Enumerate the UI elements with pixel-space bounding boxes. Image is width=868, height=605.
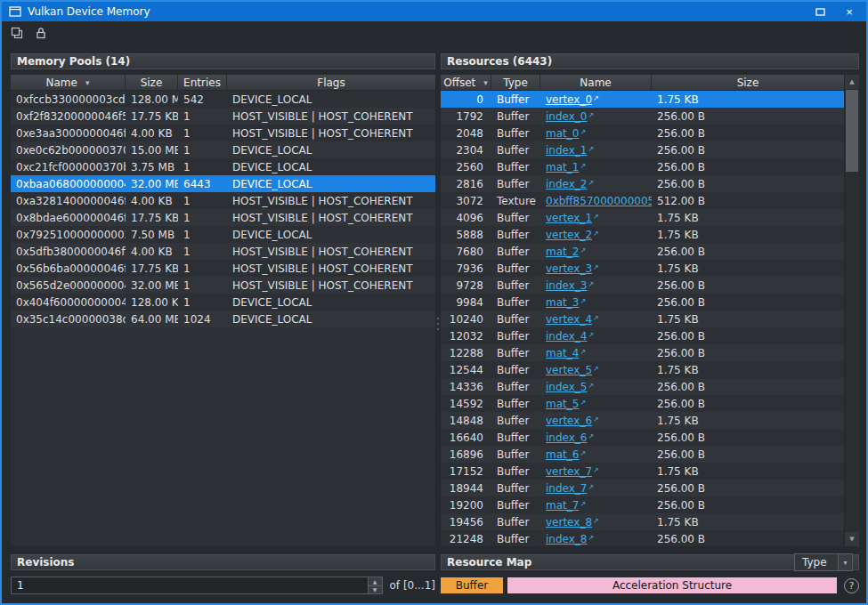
revision-spinbox[interactable]: 1 ▲ ▼ [11,577,383,594]
resource-link[interactable]: vertex_8 [546,516,592,528]
resource-link[interactable]: index_5 [546,381,587,393]
memory-pool-row[interactable]: 0x565d2e000000004b32.00 MB1HOST_VISIBLE … [11,277,435,294]
column-header-name[interactable]: Name ▾ [11,75,126,90]
resource-row[interactable]: 9728Bufferindex_3↗256.00 B [441,277,844,294]
memory-pool-row[interactable]: 0x5dfb3800000046ff4.00 KB1HOST_VISIBLE |… [11,243,435,260]
resource-row[interactable]: 18944Bufferindex_7↗256.00 B [441,480,844,496]
scrollbar-track[interactable] [845,89,859,532]
resource-row[interactable]: 4096Buffervertex_1↗1.75 KB [441,209,844,226]
scroll-up-button[interactable]: ▲ [845,75,859,89]
resource-row[interactable]: 16896Buffermat_6↗256.00 B [441,446,844,463]
help-button[interactable]: ? [844,578,859,593]
resource-link[interactable]: mat_2 [546,246,579,258]
resource-row[interactable]: 16640Bufferindex_6↗256.00 B [441,429,844,446]
resource-row[interactable]: 19200Buffermat_7↗256.00 B [441,496,844,513]
resource-row[interactable]: 1792Bufferindex_0↗256.00 B [441,108,844,125]
memory-pool-row[interactable]: 0xf2f83200000046f517.75 KB1HOST_VISIBLE … [11,108,435,125]
cell-name: mat_6↗ [540,448,652,461]
resource-map-bar: BufferAcceleration Structure ? [441,577,859,594]
resource-row[interactable]: 2048Buffermat_0↗256.00 B [441,125,844,141]
resource-row[interactable]: 0Buffervertex_0↗1.75 KB [441,91,844,108]
resource-link[interactable]: vertex_2 [546,229,592,241]
resource-row[interactable]: 7936Buffervertex_3↗1.75 KB [441,260,844,277]
resource-row[interactable]: 5888Buffervertex_2↗1.75 KB [441,226,844,243]
column-header-name[interactable]: Name [540,75,652,90]
legend-acceleration-structure[interactable]: Acceleration Structure [507,577,837,593]
memory-pool-row[interactable]: 0xbaa068000000004d32.00 MB6443DEVICE_LOC… [11,175,435,192]
column-header-flags[interactable]: Flags [227,75,435,90]
memory-pool-row[interactable]: 0x56b6ba00000046fd17.75 KB1HOST_VISIBLE … [11,260,435,277]
resource-row[interactable]: 19456Buffervertex_8↗1.75 KB [441,513,844,530]
cell-entries: 1 [178,279,227,292]
resource-row[interactable]: 12032Bufferindex_4↗256.00 B [441,327,844,344]
resource-link[interactable]: mat_7 [546,499,579,512]
resource-link[interactable]: vertex_1 [546,212,592,224]
vertical-scrollbar[interactable]: ▲ ▼ [844,75,859,546]
resource-row[interactable]: 12544Buffervertex_5↗1.75 KB [441,361,844,378]
resource-row[interactable]: 17152Buffervertex_7↗1.75 KB [441,463,844,480]
cell-entries: 1024 [178,313,227,326]
resource-row[interactable]: 7680Buffermat_2↗256.00 B [441,243,844,260]
resource-link[interactable]: mat_3 [546,296,579,309]
resource-link[interactable]: mat_5 [546,398,579,410]
resource-row[interactable]: 10240Buffervertex_4↗1.75 KB [441,311,844,327]
resource-row[interactable]: 2816Bufferindex_2↗256.00 B [441,175,844,192]
float-window-button[interactable] [808,4,831,20]
resource-row[interactable]: 14848Buffervertex_6↗1.75 KB [441,412,844,429]
column-header-type[interactable]: Type [491,75,540,90]
memory-pool-row[interactable]: 0xc21fcf000000370b3.75 MB1DEVICE_LOCAL [11,158,435,175]
memory-pool-row[interactable]: 0x404f600000000045128.00 KB1DEVICE_LOCAL [11,294,435,311]
titlebar[interactable]: Vulkan Device Memory × [2,2,866,21]
resource-link[interactable]: index_2 [546,178,587,190]
memory-pool-row[interactable]: 0xe3aa3000000046f74.00 KB1HOST_VISIBLE |… [11,125,435,141]
copy-button[interactable] [6,23,28,43]
memory-pool-row[interactable]: 0xa3281400000046fb4.00 KB1HOST_VISIBLE |… [11,192,435,209]
resource-link[interactable]: vertex_7 [546,465,592,478]
resource-row[interactable]: 9984Buffermat_3↗256.00 B [441,294,844,311]
spin-down-button[interactable]: ▼ [369,586,382,594]
cell-size: 256.00 B [652,127,844,140]
resource-link[interactable]: index_0 [546,110,587,123]
memory-pool-row[interactable]: 0x8bdae600000046f917.75 KB1HOST_VISIBLE … [11,209,435,226]
resource-link[interactable]: index_7 [546,482,587,495]
memory-pool-row[interactable]: 0xfccb330000003cd2128.00 MB542DEVICE_LOC… [11,91,435,108]
goto-icon: ↗ [588,432,594,440]
resources-rows: 0Buffervertex_0↗1.75 KB1792Bufferindex_0… [441,91,844,546]
close-button[interactable]: × [838,4,861,20]
resource-link[interactable]: index_3 [546,279,587,292]
memory-pool-row[interactable]: 0xe0c62b000000370715.00 MB1DEVICE_LOCAL [11,141,435,158]
resource-row[interactable]: 2560Buffermat_1↗256.00 B [441,158,844,175]
scroll-down-button[interactable]: ▼ [845,532,859,546]
column-header-size[interactable]: Size [126,75,178,90]
resource-link[interactable]: index_6 [546,432,587,444]
memory-pool-row[interactable]: 0x79251000000000357.50 MB1DEVICE_LOCAL [11,226,435,243]
column-header-size[interactable]: Size [652,75,844,90]
scrollbar-thumb[interactable] [846,90,858,172]
resource-link[interactable]: mat_0 [546,127,579,140]
resource-link[interactable]: index_8 [546,533,587,545]
spin-up-button[interactable]: ▲ [369,577,382,586]
resource-link[interactable]: vertex_6 [546,415,592,427]
resource-link[interactable]: vertex_0 [546,93,592,106]
resource-link[interactable]: index_1 [546,144,587,157]
resource-row[interactable]: 21248Bufferindex_8↗256.00 B [441,530,844,546]
column-header-offset[interactable]: Offset ▾ [441,75,491,90]
resource-link[interactable]: mat_6 [546,448,579,461]
resource-link[interactable]: vertex_5 [546,364,592,376]
resource-link[interactable]: index_4 [546,330,587,343]
memory-pool-row[interactable]: 0x35c14c00000038d164.00 MB1024DEVICE_LOC… [11,311,435,327]
lock-button[interactable] [30,23,52,43]
column-header-entries[interactable]: Entries [178,75,227,90]
resource-link[interactable]: 0xbff8570000000052 [546,195,652,207]
legend-buffer[interactable]: Buffer [441,577,503,593]
resource-row[interactable]: 3072Texture0xbff8570000000052↗512.00 B [441,192,844,209]
resource-row[interactable]: 2304Bufferindex_1↗256.00 B [441,141,844,158]
resource-link[interactable]: vertex_3 [546,262,592,275]
resource-link[interactable]: mat_1 [546,161,579,173]
type-filter-dropdown[interactable]: Type ▾ [794,553,853,571]
resource-row[interactable]: 12288Buffermat_4↗256.00 B [441,344,844,361]
resource-link[interactable]: vertex_4 [546,313,592,326]
resource-row[interactable]: 14336Bufferindex_5↗256.00 B [441,378,844,395]
resource-row[interactable]: 14592Buffermat_5↗256.00 B [441,395,844,412]
resource-link[interactable]: mat_4 [546,347,579,359]
